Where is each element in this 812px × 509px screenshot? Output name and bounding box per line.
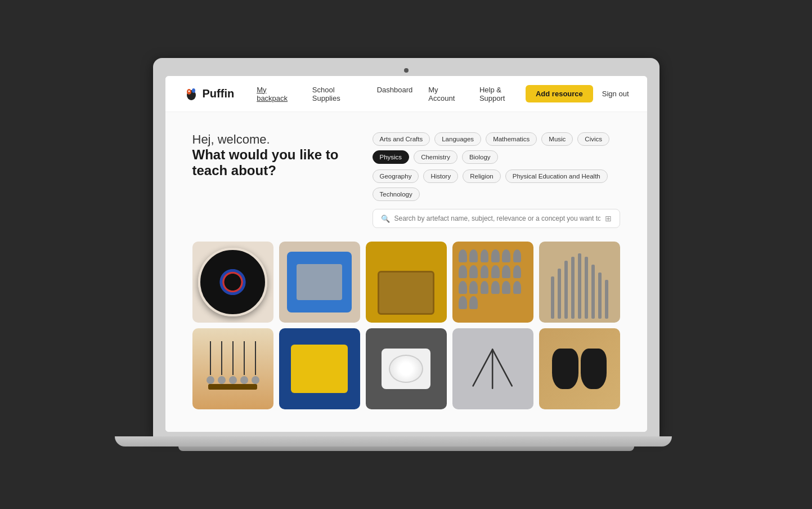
screen: Puffin My backpack School Supplies Dashb… [165,76,647,432]
tag-history[interactable]: History [423,169,458,183]
nav-my-backpack[interactable]: My backpack [257,86,297,102]
tag-languages[interactable]: Languages [434,132,481,146]
laptop-bottom [178,447,634,451]
laptop-base [115,436,672,447]
nav-dashboard[interactable]: Dashboard [377,86,413,102]
tag-religion[interactable]: Religion [463,169,501,183]
tag-mathematics[interactable]: Mathematics [486,132,537,146]
grid-item-voltmeter[interactable] [366,328,447,409]
tag-geography[interactable]: Geography [373,169,419,183]
nav-actions: Add resource Sign out [526,85,629,102]
grid-item-pendulum[interactable] [192,328,273,409]
svg-line-5 [492,349,512,386]
search-bar: 🔍 ⊞ [373,209,620,228]
grid-item-tuning-forks[interactable] [539,242,620,323]
tag-biology[interactable]: Biology [462,150,498,164]
search-icon: 🔍 [381,215,390,223]
tag-technology[interactable]: Technology [373,187,420,201]
nav-school-supplies[interactable]: School Supplies [312,86,361,102]
puffin-logo-icon [183,86,199,102]
tag-arts-crafts[interactable]: Arts and Crafts [373,132,430,146]
welcome-section: Hej, welcome. What would you like to tea… [192,132,350,212]
welcome-question: What would you like to teach about? [192,147,350,178]
grid-item-blue-basket2[interactable] [279,328,360,409]
grid-item-wooden-box[interactable] [366,242,447,323]
search-input[interactable] [394,215,600,222]
navbar: Puffin My backpack School Supplies Dashb… [165,76,647,112]
add-resource-button[interactable]: Add resource [526,85,593,102]
tag-physics[interactable]: Physics [373,150,410,164]
header-row: Hej, welcome. What would you like to tea… [192,132,620,228]
filter-area: Arts and Crafts Languages Mathematics Mu… [373,132,620,228]
nav-links: My backpack School Supplies Dashboard My… [257,86,526,102]
grid-item-basket-tools[interactable] [279,242,360,323]
filter-icon[interactable]: ⊞ [605,214,612,223]
grid-item-metal-pegs[interactable] [452,242,533,323]
svg-point-3 [188,90,190,92]
image-grid [192,242,620,409]
tag-physical-education[interactable]: Physical Education and Health [505,169,608,183]
camera [404,68,409,73]
tag-civics[interactable]: Civics [577,132,609,146]
logo[interactable]: Puffin [183,86,235,102]
filter-tags-row: Arts and Crafts Languages Mathematics Mu… [373,132,620,164]
logo-text: Puffin [203,87,235,100]
filter-tags-row-2: Geography History Religion Physical Educ… [373,169,620,201]
main-content: Hej, welcome. What would you like to tea… [165,112,647,432]
svg-line-4 [473,349,493,386]
svg-point-2 [192,88,195,93]
wire-shape-svg [468,345,517,393]
grid-item-vinyl[interactable] [192,242,273,323]
nav-help-support[interactable]: Help & Support [479,86,526,102]
tag-chemistry[interactable]: Chemistry [414,150,457,164]
tag-music[interactable]: Music [541,132,573,146]
welcome-greeting: Hej, welcome. [192,132,350,147]
nav-my-account[interactable]: My Account [428,86,464,102]
grid-item-wire-shape[interactable] [452,328,533,409]
grid-item-binoculars[interactable] [539,328,620,409]
sign-out-button[interactable]: Sign out [602,90,629,98]
